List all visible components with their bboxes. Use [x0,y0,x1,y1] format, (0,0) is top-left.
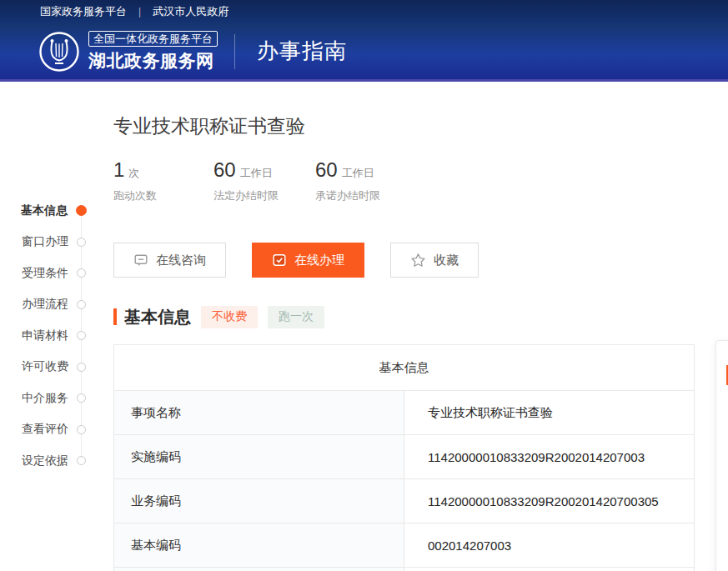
star-icon [410,253,426,268]
step-dot-icon [77,393,86,403]
step-dot-icon [77,268,86,278]
sidebar-item-license-fees[interactable]: 许可收费 [0,352,86,383]
step-dot-icon [77,456,86,465]
row-label: 事项名称 [114,391,404,435]
sidebar-item-label: 查看评价 [22,422,68,437]
favorite-label: 收藏 [434,253,459,268]
row-value: 11420000010833209R2002014207003 [404,435,695,479]
national-platform-emblem-icon [38,31,80,73]
topbar-divider: | [138,6,141,18]
step-dot-icon [77,300,86,309]
sidebar-item-basic-info[interactable]: 基本信息 [0,195,86,227]
top-government-bar: 国家政务服务平台 | 武汉市人民政府 [0,0,728,23]
row-label: 实施编码 [114,435,404,479]
sidebar-item-label: 申请材料 [22,328,68,343]
row-label: 业务编码 [114,479,404,523]
site-logo[interactable]: 全国一体化政务服务平台 湖北政务服务网 [38,31,218,73]
step-dot-icon [76,205,87,216]
row-value: 11420000010833209R200201420700305 [404,479,695,523]
table-row: 业务编码 11420000010833209R200201420700305 [114,479,695,523]
site-name: 湖北政务服务网 [88,49,218,73]
topbar-link-wuhan[interactable]: 武汉市人民政府 [153,4,228,19]
row-value [404,568,695,571]
service-stats: 1 次 跑动次数 60 工作日 法定办结时限 60 工作日 承诺办结时限 [113,158,695,203]
row-value: 002014207003 [404,523,695,568]
table-row: 事项名称 专业技术职称证书查验 [114,391,695,435]
sidebar-item-intermediary-services[interactable]: 中介服务 [0,383,86,414]
check-screen-icon [272,253,287,268]
row-label [114,568,404,571]
service-title: 专业技术职称证书查验 [113,115,695,138]
stat-label: 法定办结时限 [213,188,279,203]
stat-run-times: 1 次 跑动次数 [113,158,177,203]
section-title: 基本信息 [124,306,191,328]
sidebar-item-label: 窗口办理 [22,234,68,249]
step-dot-icon [77,238,86,247]
online-consult-label: 在线咨询 [156,253,206,268]
site-logo-text: 全国一体化政务服务平台 湖北政务服务网 [88,31,218,73]
stat-value: 1 [113,158,124,182]
sidebar-item-acceptance-conditions[interactable]: 受理条件 [0,258,86,289]
stat-value: 60 [213,158,236,182]
sidebar-item-application-materials[interactable]: 申请材料 [0,320,86,352]
sidebar-item-process[interactable]: 办理流程 [0,289,86,321]
table-row: 基本编码 002014207003 [114,523,695,568]
stat-promised-time-limit: 60 工作日 承诺办结时限 [315,158,380,203]
sidebar-item-label: 受理条件 [22,266,68,281]
sidebar-item-label: 设定依据 [22,453,68,468]
action-buttons: 在线咨询 在线办理 收藏 [113,243,695,278]
step-dot-icon [77,331,86,340]
online-consult-button[interactable]: 在线咨询 [113,243,226,278]
row-label: 基本编码 [114,523,404,568]
site-header: 全国一体化政务服务平台 湖北政务服务网 办事指南 [0,23,728,82]
sidebar-item-label: 中介服务 [22,391,68,406]
step-dot-icon [77,363,86,372]
table-caption-row: 基本信息 [114,345,695,391]
table-row-partial [114,568,695,571]
table-row: 实施编码 11420000010833209R2002014207003 [114,435,695,479]
sidebar-item-label: 办理流程 [22,297,68,312]
chat-bubble-icon [133,253,148,268]
step-dot-icon [77,425,86,434]
table-caption: 基本信息 [114,345,695,391]
section-accent-bar [113,308,117,325]
basic-info-table: 基本信息 事项名称 专业技术职称证书查验 实施编码 11420000010833… [113,344,695,571]
stat-unit: 次 [128,166,139,181]
favorite-button[interactable]: 收藏 [390,243,479,278]
header-divider [234,34,235,69]
basic-info-section-header: 基本信息 不收费 跑一次 [113,304,695,329]
stat-unit: 工作日 [342,166,374,181]
online-handle-button[interactable]: 在线办理 [252,243,364,278]
stat-label: 跑动次数 [113,188,177,203]
stat-legal-time-limit: 60 工作日 法定办结时限 [213,158,279,203]
platform-badge: 全国一体化政务服务平台 [88,31,218,47]
sidebar-item-view-reviews[interactable]: 查看评价 [0,414,86,446]
sidebar-item-window-handling[interactable]: 窗口办理 [0,227,86,258]
sidebar-item-setting-basis[interactable]: 设定依据 [0,445,86,477]
stat-label: 承诺办结时限 [315,188,380,203]
sidebar-item-label: 许可收费 [22,359,68,374]
stat-value: 60 [315,158,338,182]
page-title: 办事指南 [257,37,347,66]
sidebar-item-label: 基本信息 [21,203,68,218]
topbar-link-national[interactable]: 国家政务服务平台 [40,4,127,19]
main-content: 专业技术职称证书查验 1 次 跑动次数 60 工作日 法定办结时限 60 工作日… [113,84,695,571]
step-sidebar: 基本信息 窗口办理 受理条件 办理流程 申请材料 许可收费 中介服务 查看评价 … [0,195,86,477]
tag-no-fee: 不收费 [201,306,258,328]
online-handle-label: 在线办理 [294,253,344,268]
tag-run-once: 跑一次 [268,306,324,328]
stat-unit: 工作日 [240,166,273,181]
row-value: 专业技术职称证书查验 [404,391,695,435]
right-panel-card [715,340,728,571]
